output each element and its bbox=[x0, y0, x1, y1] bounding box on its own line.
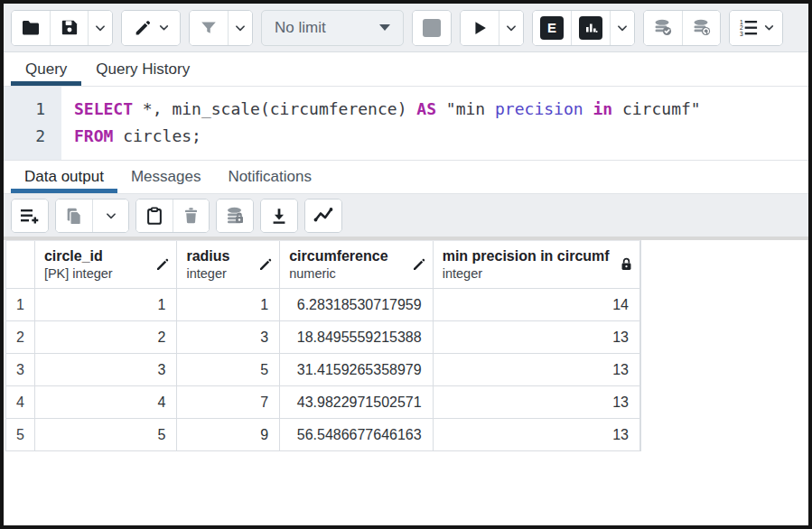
explain-analyze-button[interactable] bbox=[571, 11, 610, 45]
grid-cell[interactable]: 2 bbox=[35, 321, 178, 353]
grid-cell[interactable]: 56.5486677646163 bbox=[280, 419, 434, 450]
database-save-icon bbox=[224, 205, 246, 227]
graph-visualiser-button[interactable] bbox=[305, 200, 341, 232]
tab-messages[interactable]: Messages bbox=[117, 161, 214, 193]
save-button[interactable] bbox=[50, 11, 88, 45]
cancel-query-button[interactable] bbox=[413, 11, 451, 45]
table-row: 55956.548667764616313 bbox=[6, 419, 640, 451]
grid-cell[interactable]: 31.4159265358979 bbox=[280, 354, 434, 385]
row-number-cell[interactable]: 5 bbox=[6, 419, 35, 450]
line-number: 1 bbox=[4, 96, 61, 123]
grid-header-cell[interactable]: circumferencenumeric bbox=[280, 241, 434, 288]
sql-token: AS bbox=[416, 99, 436, 118]
row-number-cell[interactable]: 3 bbox=[6, 354, 35, 385]
chevron-down-icon bbox=[234, 22, 247, 34]
grid-header-cell[interactable]: radiusinteger bbox=[177, 241, 280, 288]
sql-token bbox=[583, 99, 593, 118]
add-row-icon bbox=[19, 205, 41, 227]
commit-button[interactable] bbox=[644, 11, 682, 45]
tab-notifications[interactable]: Notifications bbox=[214, 161, 325, 193]
rollback-button[interactable] bbox=[682, 11, 720, 45]
grid-cell[interactable]: 9 bbox=[177, 419, 280, 450]
add-row-button[interactable] bbox=[12, 200, 48, 232]
pencil-icon bbox=[154, 256, 171, 273]
tab-data-output-label: Data output bbox=[24, 168, 104, 186]
clipboard-icon bbox=[145, 206, 164, 226]
grid-header-row: circle_id[PK] integerradiusintegercircum… bbox=[6, 240, 640, 289]
stop-icon bbox=[423, 19, 441, 37]
grid-cell[interactable]: 6.28318530717959 bbox=[280, 289, 434, 320]
tab-query-history[interactable]: Query History bbox=[81, 52, 204, 86]
grid-cell[interactable]: 3 bbox=[177, 321, 280, 353]
grid-cell[interactable]: 1 bbox=[35, 289, 178, 320]
folder-icon bbox=[20, 17, 42, 39]
query-tab-bar: Query Query History bbox=[4, 52, 808, 87]
grid-cell[interactable]: 5 bbox=[35, 419, 178, 450]
save-options-dropdown[interactable] bbox=[88, 11, 112, 45]
column-type: integer bbox=[186, 265, 256, 283]
grid-header-cell[interactable]: min precision in circumfinteger bbox=[434, 241, 640, 288]
download-results-button[interactable] bbox=[261, 200, 297, 232]
open-file-button[interactable] bbox=[12, 11, 50, 45]
graph-group bbox=[304, 199, 342, 233]
delete-row-button[interactable] bbox=[173, 200, 209, 232]
edit-dropdown-button[interactable] bbox=[122, 11, 180, 45]
trash-icon bbox=[182, 206, 201, 225]
save-data-group bbox=[216, 199, 254, 233]
filter-options-dropdown[interactable] bbox=[228, 11, 252, 45]
copy-options-dropdown[interactable] bbox=[92, 200, 128, 232]
row-limit-select[interactable]: No limit bbox=[261, 10, 404, 46]
grid-header-cell[interactable]: circle_id[PK] integer bbox=[35, 241, 178, 288]
grid-corner-cell[interactable] bbox=[6, 241, 35, 288]
grid-cell[interactable]: 3 bbox=[35, 354, 178, 385]
sql-line[interactable]: FROM circles; bbox=[74, 123, 808, 150]
grid-cell[interactable]: 5 bbox=[177, 354, 280, 385]
paste-group bbox=[135, 199, 210, 233]
tab-data-output[interactable]: Data output bbox=[11, 161, 117, 193]
column-name: circumference bbox=[289, 247, 409, 265]
grid-cell[interactable]: 43.9822971502571 bbox=[280, 386, 434, 418]
chevron-down-icon bbox=[94, 22, 107, 34]
sql-line[interactable]: SELECT *, min_scale(circumference) AS "m… bbox=[74, 96, 808, 123]
execute-query-button[interactable] bbox=[461, 11, 499, 45]
database-commit-icon bbox=[652, 17, 674, 39]
macro-dropdown-button[interactable]: 123 bbox=[730, 11, 782, 45]
save-data-changes-button[interactable] bbox=[217, 200, 253, 232]
sql-code-area[interactable]: SELECT *, min_scale(circumference) AS "m… bbox=[61, 87, 808, 160]
grid-cell[interactable]: 18.8495559215388 bbox=[280, 321, 434, 353]
chevron-down-icon bbox=[158, 22, 170, 33]
grid-cell[interactable]: 1 bbox=[177, 289, 280, 320]
explain-icon: E bbox=[540, 16, 564, 40]
paste-button[interactable] bbox=[136, 200, 173, 232]
explain-button[interactable]: E bbox=[533, 11, 571, 45]
copy-button[interactable] bbox=[56, 200, 92, 232]
row-number-cell[interactable]: 4 bbox=[6, 386, 35, 418]
chevron-down-icon bbox=[505, 22, 518, 34]
line-graph-icon bbox=[313, 205, 334, 227]
transaction-button-group bbox=[643, 10, 721, 46]
execute-options-dropdown[interactable] bbox=[499, 11, 523, 45]
grid-cell[interactable]: 4 bbox=[35, 386, 178, 418]
row-number-cell[interactable]: 1 bbox=[6, 289, 35, 320]
explain-options-dropdown[interactable] bbox=[610, 11, 634, 45]
caret-down-icon bbox=[379, 24, 390, 31]
tab-query[interactable]: Query bbox=[11, 52, 81, 86]
grid-cell[interactable]: 13 bbox=[434, 419, 640, 450]
filter-icon bbox=[199, 18, 219, 38]
filter-button[interactable] bbox=[190, 11, 228, 45]
grid-cell[interactable]: 14 bbox=[434, 289, 640, 320]
grid-cell[interactable]: 13 bbox=[434, 354, 640, 385]
grid-cell[interactable]: 13 bbox=[434, 386, 640, 418]
column-name: radius bbox=[186, 247, 256, 265]
row-number-cell[interactable]: 2 bbox=[6, 321, 35, 353]
grid-cell[interactable]: 13 bbox=[434, 321, 640, 353]
chevron-down-icon bbox=[763, 22, 775, 33]
sql-editor[interactable]: 12 SELECT *, min_scale(circumference) AS… bbox=[4, 87, 808, 161]
pencil-icon bbox=[133, 18, 153, 38]
grid-cell[interactable]: 7 bbox=[177, 386, 280, 418]
download-icon bbox=[269, 206, 289, 226]
play-icon bbox=[470, 18, 490, 38]
bar-chart-icon bbox=[579, 16, 602, 40]
main-toolbar: No limit E bbox=[4, 4, 808, 52]
add-row-group bbox=[11, 199, 49, 233]
